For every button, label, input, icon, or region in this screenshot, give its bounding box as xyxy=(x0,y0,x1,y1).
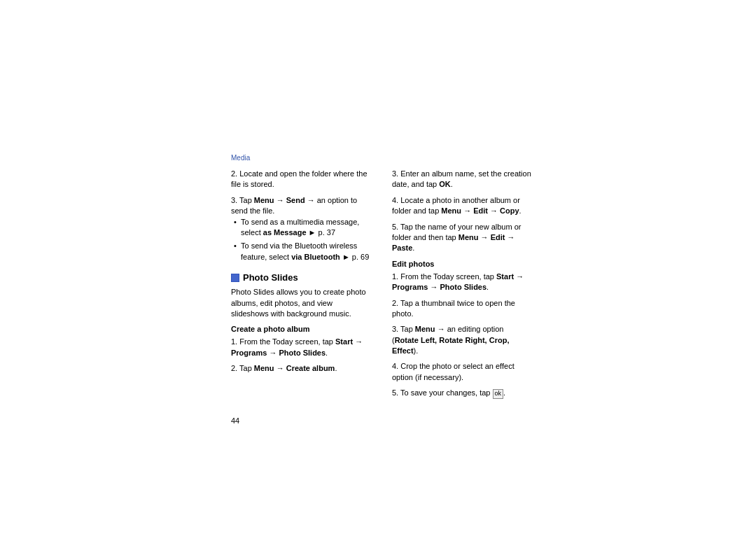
left-item-3: 3. Tap Menu → Send → an option to send t… xyxy=(231,195,371,262)
item-num: 3. xyxy=(392,169,398,178)
photo-slides-title-text: Photo Slides xyxy=(243,272,298,283)
item-text: Locate and open the folder where the fil… xyxy=(231,169,368,188)
item-num: 1. xyxy=(392,272,398,281)
photo-slides-title: Photo Slides xyxy=(231,272,371,283)
item-text: Tap a thumbnail twice to open the photo. xyxy=(392,299,515,318)
bullet-1: To send as a multimedia message, select … xyxy=(241,217,371,239)
bullet-2: To send via the Bluetooth wireless featu… xyxy=(241,241,371,262)
item-text: Enter an album name, set the creation da… xyxy=(392,169,531,188)
item-num: 5. xyxy=(392,223,398,231)
content-area: Media 2. Locate and open the folder wher… xyxy=(231,154,532,404)
right-item-5: 5. Tap the name of your new album or fol… xyxy=(392,222,532,254)
column-right: 3. Enter an album name, set the creation… xyxy=(392,169,532,404)
left-item-2: 2. Locate and open the folder where the … xyxy=(231,169,371,190)
right-item-4: 4. Locate a photo in another album or fo… xyxy=(392,195,532,217)
item-num: 3. xyxy=(392,325,398,333)
column-left: 2. Locate and open the folder where the … xyxy=(231,169,371,404)
item-num: 2. xyxy=(231,169,237,178)
page-container: Media 2. Locate and open the folder wher… xyxy=(0,0,756,534)
item-num: 5. xyxy=(392,388,398,397)
edit-item-4: 4. Crop the photo or select an effect op… xyxy=(392,361,532,383)
item-text: Tap Menu → Create album. xyxy=(239,364,337,372)
two-column-layout: 2. Locate and open the folder where the … xyxy=(231,169,532,404)
item-text: Locate a photo in another album or folde… xyxy=(392,196,522,215)
item-num: 2. xyxy=(231,364,237,372)
edit-item-3: 3. Tap Menu → an editing option (Rotate … xyxy=(392,324,532,356)
edit-photos-title: Edit photos xyxy=(392,260,532,268)
create-album-title: Create a photo album xyxy=(231,325,371,333)
edit-item-5: 5. To save your changes, tap ok. xyxy=(392,388,532,399)
photo-slides-desc: Photo Slides allows you to create photo … xyxy=(231,287,371,319)
section-label: Media xyxy=(231,154,532,162)
item-text: Tap Menu → an editing option (Rotate Lef… xyxy=(392,325,509,355)
item-num: 1. xyxy=(231,337,237,346)
item-num: 3. xyxy=(231,196,237,204)
item-text: Tap the name of your new album or folder… xyxy=(392,223,521,253)
photo-slides-icon xyxy=(231,274,239,282)
item-text: From the Today screen, tap Start → Progr… xyxy=(392,272,524,291)
edit-item-2: 2. Tap a thumbnail twice to open the pho… xyxy=(392,298,532,320)
item-num: 4. xyxy=(392,196,398,204)
item-text: Tap Menu → Send → an option to send the … xyxy=(231,196,357,215)
item-text: Crop the photo or select an effect optio… xyxy=(392,362,514,381)
create-album-item-2: 2. Tap Menu → Create album. xyxy=(231,363,371,374)
item-text: From the Today screen, tap Start → Progr… xyxy=(231,337,363,356)
right-item-3: 3. Enter an album name, set the creation… xyxy=(392,169,532,190)
item-num: 2. xyxy=(392,299,398,307)
page-number: 44 xyxy=(231,416,239,425)
ok-box: ok xyxy=(493,389,504,399)
item-text: To save your changes, tap ok. xyxy=(400,388,505,397)
item-num: 4. xyxy=(392,362,398,370)
create-album-item-1: 1. From the Today screen, tap Start → Pr… xyxy=(231,337,371,358)
edit-item-1: 1. From the Today screen, tap Start → Pr… xyxy=(392,272,532,293)
